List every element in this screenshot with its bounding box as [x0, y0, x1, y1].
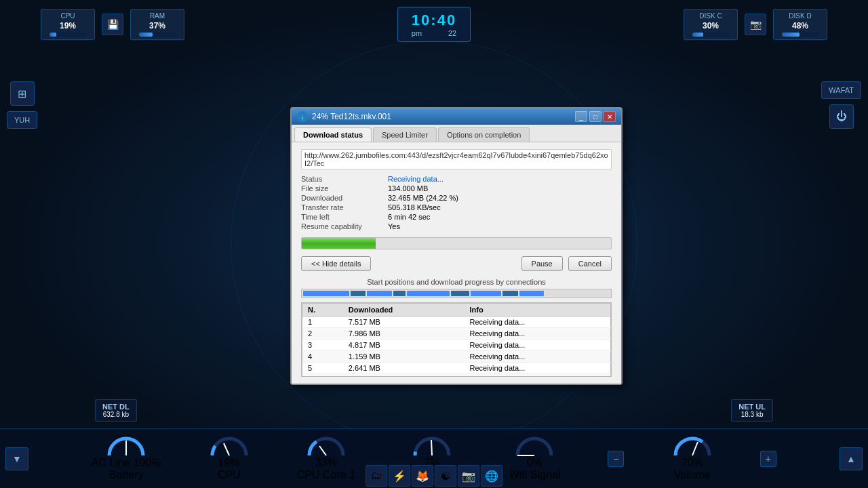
- dialog-app-icon: ↓: [297, 111, 308, 122]
- close-button[interactable]: ✕: [604, 111, 616, 122]
- cancel-button[interactable]: Cancel: [568, 256, 612, 271]
- taskbar-browser[interactable]: 🌐: [481, 465, 502, 487]
- conn-n: 5: [302, 363, 343, 374]
- col-downloaded: Downloaded: [343, 304, 465, 317]
- conn-downloaded: 1.159 MB: [343, 351, 465, 363]
- power-button[interactable]: ⏻: [829, 104, 854, 129]
- taskbar-file-manager[interactable]: 🗂: [366, 465, 387, 487]
- volume-minus-button[interactable]: −: [608, 451, 624, 467]
- connections-table: N. Downloaded Info 1 7.517 MB Receiving …: [302, 303, 611, 377]
- ram-widget: RAM 37%: [130, 9, 184, 40]
- add-widget-button[interactable]: ⊞: [10, 81, 35, 106]
- dialog-tabs: Download status Speed Limiter Options on…: [292, 125, 621, 142]
- sidebar-right-label[interactable]: WAFAT: [821, 81, 861, 99]
- table-row: 2 7.986 MB Receiving data...: [302, 328, 611, 340]
- volume-plus-button[interactable]: +: [760, 451, 776, 467]
- conn-downloaded: 1.482 MB: [343, 374, 465, 378]
- conn-downloaded: 4.817 MB: [343, 340, 465, 351]
- downloaded-label: Downloaded: [301, 194, 382, 202]
- ram-value: 37%: [139, 21, 176, 30]
- conn-seg-2: [351, 291, 366, 296]
- table-row: 5 2.641 MB Receiving data...: [302, 363, 611, 374]
- connections-table-scroll[interactable]: N. Downloaded Info 1 7.517 MB Receiving …: [301, 302, 612, 377]
- conn-n: 2: [302, 328, 343, 340]
- resume-value: Yes: [388, 222, 612, 230]
- disk-c-value: 30%: [692, 21, 729, 30]
- cpu-widget-group: CPU 19% 💾 RAM 37%: [41, 9, 184, 40]
- conn-n: 3: [302, 340, 343, 351]
- cpu-label: CPU: [50, 12, 86, 20]
- cpu-gauge-arc: [209, 436, 250, 457]
- top-bar: CPU 19% 💾 RAM 37% 10:40 pm 22 DISK C 30%: [0, 7, 868, 42]
- conn-seg-3: [367, 291, 391, 296]
- filesize-label: File size: [301, 184, 382, 192]
- cpu-gauge-label: CPU: [218, 469, 241, 481]
- filesize-value: 134.000 MB: [388, 184, 612, 192]
- ram-bar-track: [139, 33, 176, 37]
- conn-seg-8: [502, 291, 518, 296]
- clock-ampm: pm: [412, 29, 422, 37]
- cpu-core1-gauge: 33% CPU Core 1: [297, 436, 355, 481]
- taskbar-yin-yang[interactable]: ☯: [435, 465, 456, 487]
- download-progress-fill: [302, 238, 376, 249]
- table-header-row: N. Downloaded Info: [302, 304, 611, 317]
- wifi-gauge: 0% Wifi Signal: [509, 436, 561, 481]
- camera-icon: 📷: [745, 14, 766, 35]
- scroll-up-button[interactable]: ▲: [840, 447, 863, 470]
- minimize-button[interactable]: _: [575, 111, 587, 122]
- download-url: http://www.262.jumbofiles.com:443/d/ezsf…: [301, 149, 612, 169]
- clock-day: 22: [448, 29, 456, 37]
- taskbar: 🗂 ⚡ 🦊 ☯ 📷 🌐: [366, 465, 502, 488]
- sidebar-right: WAFAT ⏻: [821, 81, 861, 129]
- pause-button[interactable]: Pause: [521, 256, 563, 271]
- conn-info: Receiving data...: [464, 317, 610, 328]
- dialog-title: 24% Ted12ts.mkv.001: [312, 112, 391, 121]
- sidebar-left: ⊞ YUH: [7, 81, 37, 129]
- battery-label: Battery: [109, 469, 144, 481]
- hdd-icon: 💾: [102, 14, 123, 35]
- download-dialog[interactable]: ↓ 24% Ted12ts.mkv.001 _ □ ✕ Download sta…: [290, 107, 623, 385]
- download-info-grid: Status Receiving data... File size 134.0…: [301, 175, 612, 230]
- table-row: 4 1.159 MB Receiving data...: [302, 351, 611, 363]
- taskbar-camera[interactable]: 📷: [458, 465, 479, 487]
- tab-speed-limiter[interactable]: Speed Limiter: [373, 127, 437, 142]
- conn-info: Receiving data...: [464, 340, 610, 351]
- cpu-core1-label: CPU Core 1: [297, 469, 355, 481]
- tab-options-completion[interactable]: Options on completion: [438, 127, 530, 142]
- status-value: Receiving data...: [388, 175, 612, 183]
- conn-downloaded: 7.986 MB: [343, 328, 465, 340]
- cpu-value: 19%: [50, 21, 86, 30]
- sidebar-left-label[interactable]: YUH: [7, 111, 37, 129]
- conn-downloaded: 7.517 MB: [343, 317, 465, 328]
- download-progress-track: [301, 237, 612, 249]
- disk-c-bar-track: [692, 33, 729, 37]
- taskbar-flash[interactable]: ⚡: [389, 465, 410, 487]
- cpu-core1-gauge-arc: [306, 436, 347, 457]
- battery-gauge-arc: [106, 436, 146, 457]
- connections-progress-bar: [301, 289, 612, 298]
- conn-seg-1: [303, 291, 349, 296]
- clock-widget: 10:40 pm 22: [397, 7, 471, 42]
- taskbar-firefox[interactable]: 🦊: [412, 465, 433, 487]
- col-n: N.: [302, 304, 343, 317]
- cpu-gauge-val: 19%: [218, 457, 240, 469]
- cpu-core2-gauge-arc: [412, 436, 452, 457]
- restore-button[interactable]: □: [589, 111, 601, 122]
- volume-val: 70%: [682, 457, 703, 469]
- volume-gauge: 70% Volume: [672, 436, 713, 481]
- disk-d-bar-fill: [782, 33, 800, 37]
- scroll-down-button[interactable]: ▼: [5, 447, 28, 470]
- hide-details-button[interactable]: << Hide details: [301, 256, 371, 271]
- disk-c-label: DISK C: [692, 12, 729, 20]
- net-ul-value: 18.3 kb: [738, 411, 766, 418]
- chevron-up-icon: ▲: [846, 453, 856, 464]
- timeleft-value: 6 min 42 sec: [388, 213, 612, 221]
- net-dl-widget: NET DL 632.8 kb: [95, 399, 137, 422]
- conn-seg-4: [393, 291, 406, 296]
- conn-seg-6: [451, 291, 469, 296]
- dialog-body: http://www.262.jumbofiles.com:443/d/ezsf…: [292, 142, 621, 384]
- transfer-value: 505.318 KB/sec: [388, 203, 612, 211]
- conn-info: Receiving data...: [464, 374, 610, 378]
- battery-gauge: AC Line 100% Battery: [92, 436, 161, 481]
- tab-download-status[interactable]: Download status: [294, 127, 372, 142]
